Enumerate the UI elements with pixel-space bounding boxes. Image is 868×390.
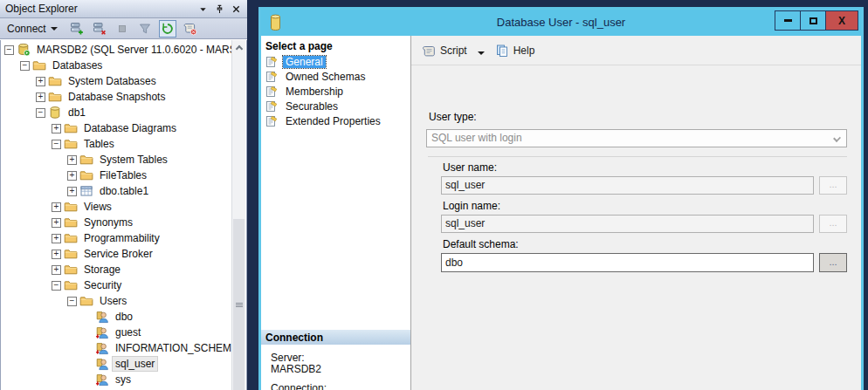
maximize-button[interactable] bbox=[800, 10, 826, 31]
scroll-up-button[interactable] bbox=[232, 40, 245, 54]
user-red-icon bbox=[95, 341, 109, 355]
collapse-glyph[interactable]: − bbox=[52, 140, 61, 149]
user-name-label: User name: bbox=[443, 161, 497, 174]
expand-glyph[interactable]: + bbox=[52, 234, 61, 243]
tree-item-label: Storage bbox=[81, 263, 123, 277]
tree-item-databases[interactable]: −Databases bbox=[1, 58, 232, 73]
server-icon bbox=[17, 43, 31, 57]
script-dropdown-button[interactable] bbox=[474, 40, 488, 61]
user-red-icon bbox=[95, 373, 109, 387]
expand-glyph[interactable]: + bbox=[52, 202, 61, 212]
tree-item-guest[interactable]: guest bbox=[1, 325, 232, 340]
collapse-glyph[interactable]: − bbox=[36, 108, 45, 118]
tree-item-marsdb2-sql-server-11-0-6020-marsd[interactable]: −MARSDB2 (SQL Server 11.0.6020 - MARSD bbox=[1, 42, 232, 58]
expand-glyph[interactable]: + bbox=[52, 265, 61, 275]
expand-glyph[interactable]: + bbox=[67, 155, 77, 165]
page-item-label: Securables bbox=[283, 100, 341, 113]
folder-icon bbox=[64, 200, 78, 214]
window-position-icon[interactable] bbox=[196, 3, 210, 16]
close-icon[interactable] bbox=[229, 3, 244, 16]
connection-header: Connection bbox=[261, 329, 410, 345]
refresh-icon[interactable] bbox=[159, 20, 176, 38]
user-name-field: sql_user bbox=[441, 176, 814, 195]
expand-glyph[interactable]: + bbox=[36, 77, 45, 86]
stop-icon[interactable] bbox=[114, 20, 131, 38]
tree-item-information-schem[interactable]: INFORMATION_SCHEM bbox=[1, 340, 232, 356]
expand-glyph[interactable]: + bbox=[36, 92, 45, 102]
page-item-membership[interactable]: Membership bbox=[261, 84, 410, 99]
folder-icon bbox=[64, 278, 78, 292]
pin-icon[interactable] bbox=[212, 3, 227, 16]
dialog-body: Select a page GeneralOwned SchemasMember… bbox=[261, 36, 861, 390]
expand-glyph[interactable]: + bbox=[67, 187, 77, 196]
collapse-glyph[interactable]: − bbox=[4, 45, 14, 55]
maximize-icon bbox=[809, 17, 817, 24]
minimize-button[interactable] bbox=[775, 10, 801, 31]
tree-item-label: Database Snapshots bbox=[65, 90, 168, 104]
tree-item-tables[interactable]: −Tables bbox=[1, 136, 232, 152]
page-item-extended-properties[interactable]: Extended Properties bbox=[261, 113, 410, 128]
script-icon bbox=[422, 44, 436, 58]
chevron-down-icon bbox=[833, 134, 841, 142]
tree-item-label: FileTables bbox=[97, 168, 149, 182]
scrollbar-thumb[interactable] bbox=[233, 219, 245, 390]
expand-glyph[interactable]: + bbox=[52, 124, 61, 133]
folder-icon bbox=[64, 121, 78, 135]
page-item-securables[interactable]: Securables bbox=[261, 99, 410, 113]
tree-item-synonyms[interactable]: +Synonyms bbox=[1, 215, 232, 230]
toolbar-icons bbox=[68, 20, 199, 38]
script-error-icon[interactable] bbox=[182, 20, 199, 38]
expand-glyph[interactable]: + bbox=[52, 250, 61, 259]
user-type-label: User type: bbox=[429, 111, 477, 123]
close-button[interactable]: X bbox=[825, 10, 858, 31]
tree-item-database-diagrams[interactable]: +Database Diagrams bbox=[1, 120, 232, 136]
collapse-glyph[interactable]: − bbox=[20, 61, 30, 71]
tree-item-sys[interactable]: sys bbox=[1, 372, 232, 387]
tree-item-users[interactable]: −Users bbox=[1, 293, 232, 309]
tree-item-system-tables[interactable]: +System Tables bbox=[1, 152, 232, 168]
table-icon bbox=[79, 184, 93, 198]
tree-item-security[interactable]: −Security bbox=[1, 277, 232, 293]
filter-icon[interactable] bbox=[136, 20, 154, 38]
page-icon bbox=[265, 70, 279, 84]
default-schema-label: Default schema: bbox=[443, 238, 519, 250]
chevron-up-icon bbox=[235, 44, 242, 51]
tree-item-storage[interactable]: +Storage bbox=[1, 262, 232, 277]
connect-server-icon[interactable] bbox=[68, 20, 86, 38]
database-icon bbox=[48, 106, 62, 120]
dialog-main-pane: Script Help User type: SQL user with log… bbox=[411, 36, 861, 390]
help-button[interactable]: Help bbox=[492, 41, 539, 60]
collapse-glyph[interactable]: − bbox=[67, 297, 77, 306]
database-user-dialog: Database User - sql_user X Select a page… bbox=[258, 7, 864, 390]
tree-item-dbo-table1[interactable]: +dbo.table1 bbox=[1, 183, 232, 199]
default-schema-field[interactable] bbox=[441, 253, 814, 272]
tree-item-service-broker[interactable]: +Service Broker bbox=[1, 246, 232, 262]
page-item-general[interactable]: General bbox=[261, 54, 410, 69]
script-button-label: Script bbox=[440, 44, 467, 57]
tree-item-database-snapshots[interactable]: +Database Snapshots bbox=[1, 89, 232, 105]
connect-button[interactable]: Connect bbox=[4, 21, 60, 37]
tree-scrollbar[interactable] bbox=[231, 40, 245, 390]
tree-item-views[interactable]: +Views bbox=[1, 199, 232, 215]
general-page-form: User type: SQL user with login User name… bbox=[411, 65, 861, 390]
page-item-label: General bbox=[283, 56, 326, 68]
page-item-owned-schemas[interactable]: Owned Schemas bbox=[261, 69, 410, 84]
tree-item-label: INFORMATION_SCHEM bbox=[113, 341, 232, 355]
expand-glyph[interactable]: + bbox=[67, 171, 77, 181]
disconnect-server-icon[interactable] bbox=[91, 20, 108, 38]
tree-item-programmability[interactable]: +Programmability bbox=[1, 230, 232, 246]
tree-item-db1[interactable]: −db1 bbox=[1, 105, 232, 120]
expand-glyph[interactable]: + bbox=[52, 218, 61, 228]
tree-item-system-databases[interactable]: +System Databases bbox=[1, 73, 232, 89]
script-button[interactable]: Script bbox=[418, 41, 471, 60]
page-icon bbox=[265, 85, 279, 99]
tree-item-filetables[interactable]: +FileTables bbox=[1, 168, 232, 183]
folder-icon bbox=[64, 137, 78, 151]
object-explorer-panel: Object Explorer Connect −MARSDB2 (SQL Se… bbox=[0, 0, 247, 390]
collapse-glyph[interactable]: − bbox=[52, 281, 61, 291]
default-schema-browse-button[interactable]: ... bbox=[819, 253, 847, 272]
titlebar-buttons bbox=[196, 3, 244, 16]
tree-item-sql-user[interactable]: sql_user bbox=[1, 356, 232, 372]
tree-item-dbo[interactable]: dbo bbox=[1, 309, 232, 325]
object-explorer-titlebar: Object Explorer bbox=[0, 0, 247, 18]
